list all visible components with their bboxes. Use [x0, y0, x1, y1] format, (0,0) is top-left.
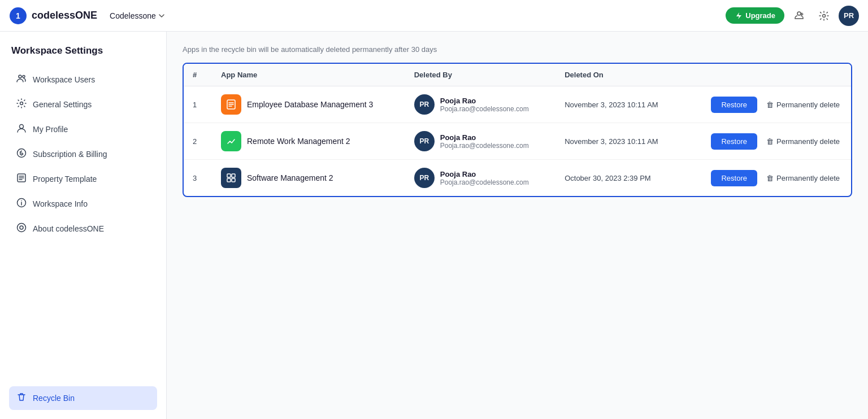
user-name: Pooja Rao [440, 133, 529, 142]
cell-deleted-on: November 3, 2023 10:11 AM [555, 123, 682, 160]
cell-app-name: Remote Work Management 2 [212, 123, 405, 160]
app-name-text: Software Management 2 [247, 173, 333, 182]
restore-button[interactable]: Restore [711, 133, 757, 150]
table-header-row: # App Name Deleted By Deleted On [184, 64, 851, 86]
cell-deleted-on: November 3, 2023 10:11 AM [555, 86, 682, 123]
cell-deleted-on: October 30, 2023 2:39 PM [555, 160, 682, 197]
cell-actions: Restore 🗑 Permanently delete [682, 86, 851, 123]
app-icon [221, 94, 241, 115]
table-row: 3 Software Management 2 PR Pooja Rao Poo… [184, 160, 851, 197]
gear-icon [16, 98, 27, 111]
sidebar-item-property-template[interactable]: Property Template [9, 167, 157, 191]
restore-button[interactable]: Restore [711, 170, 757, 186]
perm-delete-label: Permanently delete [776, 174, 840, 182]
settings-button[interactable] [814, 6, 834, 26]
svg-point-5 [23, 76, 25, 78]
sidebar-bottom: Recycle Bin [9, 377, 157, 410]
user-name: Pooja Rao [440, 97, 529, 105]
col-header-actions [682, 64, 851, 86]
user-email: Pooja.rao@codelessone.com [440, 178, 529, 186]
header: 1 codelessONE Codelessone Upgrade [0, 0, 868, 32]
app-name-text: Employee Database Management 3 [247, 100, 373, 109]
app-icon [221, 168, 241, 188]
recycle-bin-icon [16, 392, 27, 404]
svg-point-6 [20, 102, 23, 105]
user-email: Pooja.rao@codelessone.com [440, 105, 529, 113]
logo-area: 1 codelessONE [9, 7, 97, 25]
sidebar-title: Workspace Settings [9, 45, 157, 56]
user-email: Pooja.rao@codelessone.com [440, 142, 529, 150]
workspace-name: Codelessone [110, 11, 156, 20]
settings-icon [819, 11, 829, 21]
cell-num: 2 [184, 123, 212, 160]
sidebar-label-about: About codelessONE [33, 224, 104, 233]
user-info: Pooja Rao Pooja.rao@codelessone.com [440, 97, 529, 113]
svg-point-2 [797, 12, 801, 15]
add-user-button[interactable] [789, 6, 809, 26]
svg-text:1: 1 [16, 11, 20, 20]
col-header-app-name: App Name [212, 64, 405, 86]
permanently-delete-button[interactable]: 🗑 Permanently delete [764, 133, 842, 150]
trash-icon: 🗑 [766, 101, 774, 109]
sidebar-item-about[interactable]: About codelessONE [9, 217, 157, 241]
svg-rect-16 [232, 174, 235, 177]
cell-app-name: Employee Database Management 3 [212, 86, 405, 123]
sidebar-label-recycle-bin: Recycle Bin [33, 394, 75, 403]
permanently-delete-button[interactable]: 🗑 Permanently delete [764, 170, 842, 186]
svg-point-13 [20, 226, 23, 229]
restore-button[interactable]: Restore [711, 97, 757, 113]
svg-rect-18 [232, 178, 235, 182]
sidebar: Workspace Settings Workspace Users [0, 32, 167, 419]
about-icon [16, 222, 27, 235]
table-row: 2 Remote Work Management 2 PR Pooja Rao … [184, 123, 851, 160]
main-content: Apps in the recycle bin will be automati… [167, 32, 868, 419]
main-layout: Workspace Settings Workspace Users [0, 32, 868, 419]
app-name-text: Remote Work Management 2 [247, 137, 350, 146]
sidebar-item-my-profile[interactable]: My Profile [9, 117, 157, 141]
deleted-on-date: November 3, 2023 10:11 AM [565, 101, 658, 109]
sidebar-label-property-template: Property Template [33, 174, 97, 184]
sidebar-label-subscription-billing: Subscription & Billing [33, 150, 107, 159]
logo-text: codelessONE [32, 10, 97, 21]
sidebar-item-general-settings[interactable]: General Settings [9, 93, 157, 116]
sidebar-item-subscription-billing[interactable]: Subscription & Billing [9, 142, 157, 166]
person-icon [16, 123, 27, 136]
cell-app-name: Software Management 2 [212, 160, 405, 197]
col-header-deleted-on: Deleted On [555, 64, 682, 86]
svg-point-12 [18, 224, 26, 232]
permanently-delete-button[interactable]: 🗑 Permanently delete [764, 97, 842, 113]
perm-delete-label: Permanently delete [776, 137, 840, 146]
sidebar-item-recycle-bin[interactable]: Recycle Bin [9, 386, 157, 410]
cell-num: 1 [184, 86, 212, 123]
recycle-bin-table-container: # App Name Deleted By Deleted On 1 Emplo… [183, 63, 852, 197]
workspace-selector[interactable]: Codelessone [104, 9, 171, 23]
chevron-down-icon [158, 12, 165, 19]
app-icon [221, 131, 241, 151]
sidebar-item-workspace-info[interactable]: Workspace Info [9, 192, 157, 216]
lightning-icon [735, 12, 743, 20]
svg-rect-15 [227, 174, 231, 177]
users-icon [16, 73, 27, 86]
upgrade-button[interactable]: Upgrade [726, 7, 784, 24]
user-avatar-button[interactable]: PR [839, 6, 859, 26]
col-header-num: # [184, 64, 212, 86]
sidebar-nav: Workspace Users General Settings [9, 68, 157, 377]
svg-rect-17 [227, 178, 231, 182]
cell-deleted-by: PR Pooja Rao Pooja.rao@codelessone.com [405, 123, 555, 160]
svg-point-3 [823, 14, 826, 17]
info-text: Apps in the recycle bin will be automati… [183, 45, 852, 54]
cell-deleted-by: PR Pooja Rao Pooja.rao@codelessone.com [405, 160, 555, 197]
user-name: Pooja Rao [440, 170, 529, 178]
user-avatar: PR [414, 168, 435, 188]
svg-point-11 [21, 200, 22, 202]
sidebar-item-workspace-users[interactable]: Workspace Users [9, 68, 157, 91]
perm-delete-label: Permanently delete [776, 101, 840, 109]
cell-actions: Restore 🗑 Permanently delete [682, 160, 851, 197]
cell-deleted-by: PR Pooja Rao Pooja.rao@codelessone.com [405, 86, 555, 123]
user-avatar: PR [414, 94, 435, 115]
cell-actions: Restore 🗑 Permanently delete [682, 123, 851, 160]
add-user-icon [793, 10, 805, 21]
svg-point-7 [20, 125, 24, 129]
deleted-on-date: November 3, 2023 10:11 AM [565, 137, 658, 146]
logo-icon: 1 [9, 7, 27, 25]
